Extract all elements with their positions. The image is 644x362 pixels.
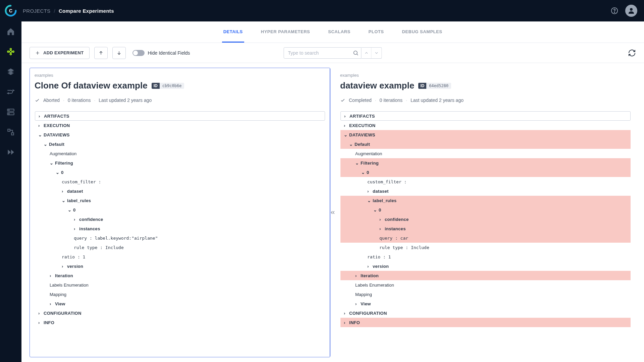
sidebar-vector-icon[interactable] <box>5 127 16 137</box>
search-next-icon[interactable] <box>372 48 382 58</box>
sidebar-home-icon[interactable] <box>5 26 16 37</box>
section-configuration[interactable]: ›CONFIGURATION <box>340 308 631 318</box>
node-version[interactable]: ›version <box>35 261 325 271</box>
node-rule-type: rule type : Include <box>340 243 631 252</box>
section-info[interactable]: ›INFO <box>340 318 631 327</box>
node-custom-filter: custom_filter : <box>340 177 631 186</box>
search-prev-icon[interactable] <box>362 48 372 58</box>
section-configuration[interactable]: ›CONFIGURATION <box>35 308 325 318</box>
node-confidence[interactable]: ›confidence <box>340 215 631 224</box>
node-query: query : label.keyword:"airplane" <box>35 233 325 243</box>
node-instances[interactable]: ›instances <box>340 224 631 233</box>
node-label-rules[interactable]: ⌄label_rules <box>35 196 325 205</box>
experiment-id-badge[interactable]: ID cb9c0b6e <box>152 83 184 89</box>
node-dataset[interactable]: ›dataset <box>35 186 325 196</box>
experiment-title[interactable]: dataview example <box>340 80 414 91</box>
updated-text: Last updated 2 years ago <box>99 98 152 103</box>
node-instances[interactable]: ›instances <box>35 224 325 233</box>
node-filter-0[interactable]: ⌄0 <box>340 168 631 177</box>
node-labels-enum[interactable]: Labels Enumeration <box>340 280 631 290</box>
tab-plots[interactable]: PLOTS <box>367 22 385 43</box>
node-default[interactable]: ⌄Default <box>340 139 631 149</box>
node-filtering[interactable]: ⌄Filtering <box>35 158 325 168</box>
sidebar-servers-icon[interactable] <box>5 107 16 117</box>
node-view[interactable]: ›View <box>340 299 631 308</box>
search-icon[interactable] <box>353 50 359 56</box>
svg-rect-14 <box>8 129 10 131</box>
svg-point-8 <box>7 51 9 52</box>
sidebar-forward-icon[interactable] <box>5 147 16 158</box>
node-filtering[interactable]: ⌄Filtering <box>340 158 631 168</box>
sidebar-pipelines-icon[interactable] <box>5 86 16 97</box>
node-rule-type: rule type : Include <box>35 243 325 252</box>
node-lr-0[interactable]: ⌄0 <box>35 205 325 215</box>
node-label-rules[interactable]: ⌄label_rules <box>340 196 631 205</box>
node-iteration[interactable]: ›Iteration <box>35 271 325 280</box>
tab-details[interactable]: DETAILS <box>222 22 244 43</box>
section-execution[interactable]: ›EXECUTION <box>35 121 325 130</box>
section-execution[interactable]: ›EXECUTION <box>340 121 631 130</box>
experiment-id-badge[interactable]: ID 64ed5280 <box>418 83 451 89</box>
hide-identical-toggle[interactable] <box>132 50 145 56</box>
sidebar-projects-icon[interactable] <box>5 46 16 57</box>
section-dataviews[interactable]: ⌄DATAVIEWS <box>340 130 631 139</box>
experiment-column-base: examples Clone Of dataview example ID cb… <box>30 68 330 357</box>
add-experiment-label: ADD EXPERIMENT <box>43 50 84 55</box>
auto-refresh-icon[interactable] <box>628 49 636 57</box>
node-lr-0[interactable]: ⌄0 <box>340 205 631 215</box>
hide-identical-label: Hide Identical Fields <box>148 50 190 56</box>
search-input[interactable] <box>284 47 362 59</box>
updated-text: Last updated 2 years ago <box>411 98 464 103</box>
node-custom-filter: custom_filter : <box>35 177 325 186</box>
tab-hyper-parameters[interactable]: HYPER PARAMETERS <box>260 22 311 43</box>
section-dataviews[interactable]: ⌄DATAVIEWS <box>35 130 325 139</box>
svg-point-13 <box>9 113 9 114</box>
help-icon[interactable] <box>610 6 619 15</box>
node-mapping[interactable]: Mapping <box>340 290 631 299</box>
node-query: query : car <box>340 233 631 243</box>
node-iteration[interactable]: ›Iteration <box>340 271 631 280</box>
node-augmentation[interactable]: Augmentation <box>340 149 631 158</box>
svg-text:C: C <box>9 8 12 13</box>
status-text: Aborted <box>43 98 60 103</box>
svg-point-6 <box>10 48 11 50</box>
avatar-icon[interactable] <box>625 5 637 17</box>
section-artifacts[interactable]: ›ARTIFACTS <box>35 111 325 121</box>
experiment-meta: Aborted · 0 iterations · Last updated 2 … <box>35 98 325 103</box>
sidebar-layers-icon[interactable] <box>5 66 16 77</box>
breadcrumb-current: Compare Experiments <box>59 8 114 14</box>
svg-point-5 <box>10 51 12 53</box>
project-tag[interactable]: examples <box>35 73 325 78</box>
node-filter-0[interactable]: ⌄0 <box>35 168 325 177</box>
status-text: Completed <box>349 98 372 103</box>
check-icon <box>340 98 345 103</box>
tab-scalars[interactable]: SCALARS <box>327 22 352 43</box>
next-diff-button[interactable] <box>112 47 126 59</box>
node-confidence[interactable]: ›confidence <box>35 215 325 224</box>
breadcrumb-root[interactable]: PROJECTS <box>23 8 50 14</box>
svg-point-4 <box>630 8 633 11</box>
node-default[interactable]: ⌄Default <box>35 139 325 149</box>
svg-point-16 <box>354 51 358 55</box>
tab-debug-samples[interactable]: DEBUG SAMPLES <box>400 22 443 43</box>
svg-rect-15 <box>11 133 13 135</box>
node-mapping[interactable]: Mapping <box>35 290 325 299</box>
node-view[interactable]: ›View <box>35 299 325 308</box>
breadcrumb: PROJECTS / Compare Experiments <box>23 8 114 14</box>
experiment-column-compare: examples dataview example ID 64ed5280 Co… <box>335 68 636 357</box>
add-experiment-button[interactable]: ADD EXPERIMENT <box>30 47 90 59</box>
project-tag[interactable]: examples <box>340 73 631 78</box>
prev-diff-button[interactable] <box>94 47 108 59</box>
collapse-handle-icon[interactable] <box>329 206 336 219</box>
section-artifacts[interactable]: ›ARTIFACTS <box>340 111 631 121</box>
node-ratio: ratio : 1 <box>35 252 325 261</box>
app-logo[interactable]: C <box>4 4 17 17</box>
node-augmentation[interactable]: Augmentation <box>35 149 325 158</box>
experiment-title[interactable]: Clone Of dataview example <box>35 80 148 91</box>
node-labels-enum[interactable]: Labels Enumeration <box>35 280 325 290</box>
svg-point-7 <box>10 53 11 55</box>
section-info[interactable]: ›INFO <box>35 318 325 327</box>
tabs: DETAILS HYPER PARAMETERS SCALARS PLOTS D… <box>21 21 644 43</box>
node-dataset[interactable]: ›dataset <box>340 186 631 196</box>
node-version[interactable]: ›version <box>340 261 631 271</box>
